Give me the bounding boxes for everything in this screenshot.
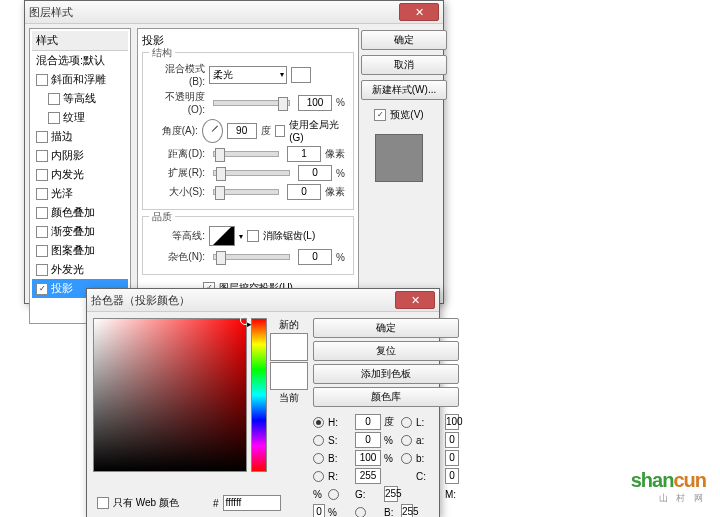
style-checkbox[interactable] bbox=[36, 245, 48, 257]
style-checkbox[interactable] bbox=[36, 74, 48, 86]
noise-slider[interactable] bbox=[213, 254, 290, 260]
current-label: 当前 bbox=[279, 391, 299, 405]
noise-label: 杂色(N): bbox=[151, 250, 205, 264]
saturation-value-field[interactable] bbox=[93, 318, 247, 472]
s-radio[interactable] bbox=[313, 435, 324, 446]
cancel-button[interactable]: 取消 bbox=[361, 55, 447, 75]
preview-checkbox[interactable] bbox=[374, 109, 386, 121]
noise-input[interactable]: 0 bbox=[298, 249, 332, 265]
global-light-checkbox[interactable] bbox=[275, 125, 286, 137]
distance-input[interactable]: 1 bbox=[287, 146, 321, 162]
size-slider[interactable] bbox=[213, 189, 279, 195]
distance-label: 距离(D): bbox=[151, 147, 205, 161]
style-checkbox[interactable] bbox=[36, 264, 48, 276]
blend-mode-label: 混合模式(B): bbox=[151, 62, 205, 87]
bb-radio[interactable] bbox=[355, 507, 366, 518]
style-item[interactable]: 渐变叠加 bbox=[32, 222, 128, 241]
style-checkbox[interactable] bbox=[36, 226, 48, 238]
h-radio[interactable] bbox=[313, 417, 324, 428]
b-radio[interactable] bbox=[313, 453, 324, 464]
styles-header[interactable]: 样式 bbox=[32, 31, 128, 51]
l-input[interactable]: 100 bbox=[445, 414, 459, 430]
style-item[interactable]: 斜面和浮雕 bbox=[32, 70, 128, 89]
angle-input[interactable]: 90 bbox=[227, 123, 257, 139]
g-input[interactable]: 255 bbox=[384, 486, 398, 502]
antialias-checkbox[interactable] bbox=[247, 230, 259, 242]
c-input[interactable]: 0 bbox=[445, 468, 459, 484]
lab-b-input[interactable]: 0 bbox=[445, 450, 459, 466]
ok-button[interactable]: 确定 bbox=[313, 318, 459, 338]
reset-button[interactable]: 复位 bbox=[313, 341, 459, 361]
ok-button[interactable]: 确定 bbox=[361, 30, 447, 50]
hex-input[interactable]: ffffff bbox=[223, 495, 281, 511]
close-icon[interactable]: ✕ bbox=[395, 291, 435, 309]
bb-input[interactable]: 255 bbox=[401, 504, 413, 517]
h-input[interactable]: 0 bbox=[355, 414, 381, 430]
color-libs-button[interactable]: 颜色库 bbox=[313, 387, 459, 407]
blend-options[interactable]: 混合选项:默认 bbox=[32, 51, 128, 70]
structure-group: 结构 混合模式(B): 柔光 不透明度(O): 100 % 角度(A): 90 … bbox=[142, 52, 354, 210]
color-values-grid: H:0度 L:100 S:0% a:0 B:100% b:0 R:255 C:0… bbox=[313, 414, 459, 517]
current-color-swatch[interactable] bbox=[270, 362, 308, 390]
spread-slider[interactable] bbox=[213, 170, 290, 176]
distance-slider[interactable] bbox=[213, 151, 279, 157]
style-checkbox[interactable] bbox=[36, 188, 48, 200]
style-checkbox[interactable] bbox=[48, 112, 60, 124]
new-color-swatch[interactable] bbox=[270, 333, 308, 361]
lab-b-radio[interactable] bbox=[401, 453, 412, 464]
hue-slider[interactable]: ▸ bbox=[251, 318, 267, 472]
titlebar[interactable]: 图层样式 ✕ bbox=[25, 1, 443, 24]
r-radio[interactable] bbox=[313, 471, 324, 482]
add-swatch-button[interactable]: 添加到色板 bbox=[313, 364, 459, 384]
style-checkbox[interactable] bbox=[36, 283, 48, 295]
web-only-checkbox[interactable] bbox=[97, 497, 109, 509]
style-checkbox[interactable] bbox=[48, 93, 60, 105]
spread-label: 扩展(R): bbox=[151, 166, 205, 180]
dialog-title: 拾色器（投影颜色） bbox=[91, 293, 190, 308]
styles-list: 样式 混合选项:默认 斜面和浮雕等高线纹理描边内阴影内发光光泽颜色叠加渐变叠加图… bbox=[29, 28, 131, 324]
opacity-input[interactable]: 100 bbox=[298, 95, 332, 111]
style-checkbox[interactable] bbox=[36, 169, 48, 181]
color-picker-dialog: 拾色器（投影颜色） ✕ ▸ 新的 当前 确定 复位 添加到色板 颜色库 H:0度… bbox=[86, 288, 440, 517]
style-item[interactable]: 纹理 bbox=[32, 108, 128, 127]
contour-label: 等高线: bbox=[151, 229, 205, 243]
close-icon[interactable]: ✕ bbox=[399, 3, 439, 21]
a-input[interactable]: 0 bbox=[445, 432, 459, 448]
shadow-color-swatch[interactable] bbox=[291, 67, 311, 83]
style-item[interactable]: 内发光 bbox=[32, 165, 128, 184]
spread-input[interactable]: 0 bbox=[298, 165, 332, 181]
style-checkbox[interactable] bbox=[36, 150, 48, 162]
style-item[interactable]: 颜色叠加 bbox=[32, 203, 128, 222]
g-radio[interactable] bbox=[328, 489, 339, 500]
style-checkbox[interactable] bbox=[36, 131, 48, 143]
size-input[interactable]: 0 bbox=[287, 184, 321, 200]
style-item[interactable]: 图案叠加 bbox=[32, 241, 128, 260]
preview-swatch bbox=[375, 134, 423, 182]
style-item[interactable]: 等高线 bbox=[32, 89, 128, 108]
l-radio[interactable] bbox=[401, 417, 412, 428]
style-item[interactable]: 光泽 bbox=[32, 184, 128, 203]
a-radio[interactable] bbox=[401, 435, 412, 446]
style-checkbox[interactable] bbox=[36, 207, 48, 219]
titlebar[interactable]: 拾色器（投影颜色） ✕ bbox=[87, 289, 439, 312]
contour-picker[interactable] bbox=[209, 226, 235, 246]
size-label: 大小(S): bbox=[151, 185, 205, 199]
layer-style-dialog: 图层样式 ✕ 样式 混合选项:默认 斜面和浮雕等高线纹理描边内阴影内发光光泽颜色… bbox=[24, 0, 444, 304]
new-style-button[interactable]: 新建样式(W)... bbox=[361, 80, 447, 100]
opacity-slider[interactable] bbox=[213, 100, 290, 106]
quality-group: 品质 等高线: ▾ 消除锯齿(L) 杂色(N): 0 % bbox=[142, 216, 354, 275]
dialog-buttons: 确定 取消 新建样式(W)... 预览(V) bbox=[359, 28, 439, 324]
s-input[interactable]: 0 bbox=[355, 432, 381, 448]
style-item[interactable]: 内阴影 bbox=[32, 146, 128, 165]
m-input[interactable]: 0 bbox=[313, 504, 325, 517]
b-input[interactable]: 100 bbox=[355, 450, 381, 466]
angle-dial[interactable] bbox=[202, 119, 223, 143]
angle-label: 角度(A): bbox=[151, 124, 198, 138]
style-item[interactable]: 外发光 bbox=[32, 260, 128, 279]
web-only-label: 只有 Web 颜色 bbox=[113, 496, 179, 510]
effect-settings-panel: 投影 结构 混合模式(B): 柔光 不透明度(O): 100 % 角度(A): bbox=[137, 28, 359, 324]
watermark-logo: shancun 山 村 网 bbox=[631, 469, 706, 505]
r-input[interactable]: 255 bbox=[355, 468, 381, 484]
style-item[interactable]: 描边 bbox=[32, 127, 128, 146]
blend-mode-select[interactable]: 柔光 bbox=[209, 66, 287, 84]
